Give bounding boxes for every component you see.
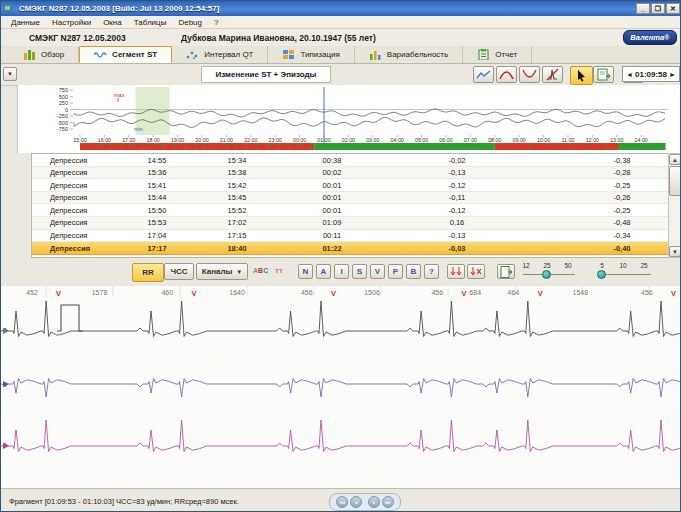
episode-row[interactable]: Депрессия15:4415:4500:01-0,11-0,26 <box>32 192 668 205</box>
beat-class-button-I[interactable]: I <box>334 264 349 279</box>
play-button[interactable]: ▸ <box>368 496 380 508</box>
slider-track <box>599 274 651 275</box>
episode-cell: -0,28 <box>587 168 657 177</box>
rr-interval-label: 1548 <box>573 289 589 296</box>
st-trend-chart[interactable]: 7505002500-250-500-750maxmin15:0016:0017… <box>18 85 681 153</box>
tab-вариабельность[interactable]: Вариабельность <box>355 46 463 63</box>
scroll-down-button[interactable]: ▼ <box>669 246 681 257</box>
v-beat-label: V <box>192 289 197 298</box>
rr-interval-label: 456 <box>641 289 653 296</box>
episode-row[interactable]: Депрессия14:5515:3400:38-0,02-0,38 <box>32 154 668 167</box>
episodes-table: Депрессия14:5515:3400:38-0,02-0,38Депрес… <box>31 153 668 258</box>
tab-обзор[interactable]: Обзор <box>9 46 79 63</box>
rr-interval-label: 456 <box>301 289 313 296</box>
episode-cell: Депрессия <box>50 231 87 240</box>
episode-cell: -0,11 <box>422 193 492 202</box>
gain-slider[interactable]: 51025 <box>597 262 653 282</box>
activity-segment <box>314 143 495 150</box>
episode-cell: Депрессия <box>50 156 87 165</box>
menu-item-5[interactable]: Debug <box>172 17 208 28</box>
v-beat-label: V <box>671 289 676 298</box>
st-line-icon[interactable] <box>473 66 494 83</box>
episode-cell: 01:09 <box>297 218 367 227</box>
episode-cell: 00:11 <box>297 231 367 240</box>
time-navigator: ◄ 01:09:58 ► <box>622 66 680 82</box>
minimize-button[interactable]: _ <box>636 3 650 14</box>
forward-button[interactable]: ▸▸ <box>382 496 394 508</box>
slider-tick-label: 25 <box>540 262 554 269</box>
tab-label: Обзор <box>41 50 64 59</box>
episode-row[interactable]: Депрессия15:3615:3800:02-0,13-0,28 <box>32 167 668 180</box>
episode-row[interactable]: Депрессия15:5015:5200:01-0,12-0,25 <box>32 204 668 217</box>
qt-scatter-icon <box>186 49 199 60</box>
beat-class-button-B[interactable]: B <box>406 264 421 279</box>
pointer-tool-icon[interactable] <box>570 66 593 85</box>
beat-class-button-A[interactable]: A <box>316 264 331 279</box>
menu-item-4[interactable]: Таблицы <box>128 17 173 28</box>
hr-mode-button[interactable]: ЧСС <box>164 263 194 280</box>
tab-сегмент-st[interactable]: Сегмент ST <box>79 46 172 63</box>
episode-row[interactable]: Депрессия15:5317:0201:090,16-0,48 <box>32 217 668 230</box>
t-marks-icon[interactable]: ᴛᴛ <box>275 266 283 275</box>
beat-class-button-P[interactable]: P <box>388 264 403 279</box>
report-fragment-icon[interactable] <box>593 66 614 83</box>
episode-cell: -0,12 <box>422 181 492 190</box>
export-fragment-icon[interactable] <box>497 264 515 279</box>
tab-интервал-qt[interactable]: Интервал QT <box>172 46 268 63</box>
episode-row[interactable]: Депрессия17:1718:4001:22-0,03-0,40 <box>32 242 668 255</box>
beat-class-button-?[interactable]: ? <box>424 264 439 279</box>
arrows-down-icon[interactable] <box>447 264 465 279</box>
menu-item-1[interactable]: Данные <box>5 17 46 28</box>
tab-типизация[interactable]: Типизация <box>268 46 354 63</box>
close-button[interactable]: ✕ <box>666 3 680 14</box>
svg-text:09:00: 09:00 <box>513 137 526 143</box>
time-next-button[interactable]: ► <box>669 71 676 78</box>
episode-cell: -0,03 <box>422 244 492 253</box>
beat-class-button-S[interactable]: S <box>352 264 367 279</box>
scroll-up-button[interactable]: ▲ <box>669 154 681 165</box>
beat-class-button-N[interactable]: N <box>298 264 313 279</box>
arrows-delete-icon[interactable] <box>467 264 485 279</box>
episode-cell: -0,34 <box>587 231 657 240</box>
svg-text:00:00: 00:00 <box>293 137 306 143</box>
st-elevation-icon[interactable] <box>496 66 517 83</box>
menu-item-2[interactable]: Настройки <box>46 17 97 28</box>
exclude-episode-icon[interactable] <box>542 66 563 83</box>
st-depression-icon[interactable] <box>519 66 540 83</box>
app-icon <box>3 3 16 14</box>
episode-row[interactable]: Депрессия17:0417:1500:11-0,13-0,34 <box>32 230 668 243</box>
time-prev-button[interactable]: ◄ <box>626 71 633 78</box>
table-scrollbar[interactable]: ▲ ▼ <box>668 153 681 258</box>
slider-knob[interactable] <box>597 270 606 279</box>
rewind-button[interactable]: ◂◂ <box>336 496 348 508</box>
rr-interval-label: 1578 <box>92 289 108 296</box>
svg-text:22:00: 22:00 <box>244 137 257 143</box>
slider-knob[interactable] <box>542 270 551 279</box>
st-trend-panel[interactable]: 7505002500-250-500-750maxmin15:0016:0017… <box>17 85 681 153</box>
episode-cell: -0,13 <box>422 231 492 240</box>
abc-labels-icon[interactable]: ABC <box>253 267 268 274</box>
overview-bars-icon <box>23 49 36 60</box>
options-dropdown-button[interactable]: ▼ <box>3 67 17 81</box>
step-back-button[interactable]: ◂ <box>350 496 362 508</box>
episode-cell: -0,25 <box>587 206 657 215</box>
st-toolbar: ▼ Изменение ST + Эпизоды ◄ 01:09:58 ► <box>1 64 681 86</box>
channels-dropdown-button[interactable]: Каналы ▼ <box>196 263 248 280</box>
beat-class-button-V[interactable]: V <box>370 264 385 279</box>
speed-slider[interactable]: 122550 <box>521 262 577 282</box>
v-beat-label: V <box>461 289 466 298</box>
menu-item-3[interactable]: Окна <box>97 17 128 28</box>
svg-text:01:00: 01:00 <box>317 137 330 143</box>
fragment-status-text: Фрагмент [01:09:53 - 01:10:03] ЧСС=83 уд… <box>9 497 239 506</box>
tab-отчет[interactable]: Отчет <box>463 46 532 63</box>
rr-interval-label: 1640 <box>229 289 245 296</box>
rr-interval-label: 452 <box>26 289 38 296</box>
restore-button[interactable]: ❐ <box>651 3 665 14</box>
rr-mode-button[interactable]: RR <box>132 263 164 282</box>
scrollbar-thumb[interactable] <box>669 166 681 196</box>
rr-interval-label: 460 <box>161 289 173 296</box>
menu-bar: ДанныеНастройкиОкнаТаблицыDebug? <box>1 16 681 29</box>
rr-interval-label: 684 <box>469 289 481 296</box>
menu-item-6[interactable]: ? <box>208 17 224 28</box>
episode-row[interactable]: Депрессия15:4115:4200:01-0,12-0,25 <box>32 179 668 192</box>
